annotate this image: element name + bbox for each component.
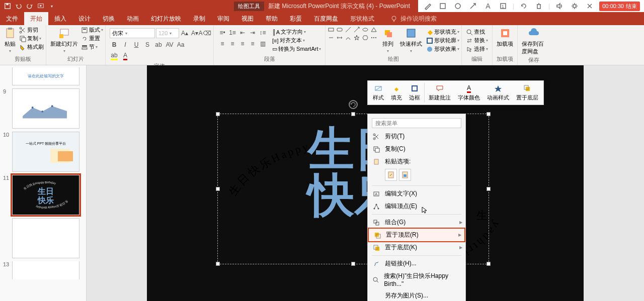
indent-dec-icon[interactable]: ⇤ <box>238 28 247 37</box>
square-icon[interactable] <box>437 1 448 11</box>
slide-thumb-8[interactable]: 请在此处填写的文字 <box>12 67 79 85</box>
volume-icon[interactable] <box>554 1 565 11</box>
revert-icon[interactable] <box>518 1 529 11</box>
mt-anim[interactable]: 动画样式 <box>484 83 512 103</box>
tab-view[interactable]: 视图 <box>235 12 260 25</box>
shape-arrow-icon[interactable] <box>353 26 360 33</box>
slide-thumb-12[interactable] <box>12 218 79 258</box>
case-icon[interactable]: Aa <box>176 40 185 49</box>
text-icon[interactable]: A <box>482 1 494 11</box>
numbering-icon[interactable]: 1≡ <box>228 28 237 37</box>
reset-button[interactable]: 重置 <box>81 35 103 42</box>
ctx-copy[interactable]: 复制(C) <box>368 143 465 155</box>
handle-w[interactable] <box>216 187 220 191</box>
indent-inc-icon[interactable]: ⇥ <box>248 28 257 37</box>
paste-picture-icon[interactable] <box>399 169 411 181</box>
align-left-icon[interactable]: ≡ <box>218 39 227 48</box>
tab-design[interactable]: 设计 <box>72 12 97 25</box>
paste-button[interactable]: 粘贴▾ <box>2 26 18 54</box>
underline-icon[interactable]: U <box>132 40 141 49</box>
mt-newcomment[interactable]: 新建批注 <box>426 83 454 103</box>
thumbnail-panel[interactable]: 请在此处填写的文字 9 10 一站式 PPT 效能分享平台 11 生日快乐生日快… <box>0 65 87 301</box>
ctx-hyperlink[interactable]: 超链接(H)... <box>368 257 465 270</box>
justify-icon[interactable]: ≡ <box>248 39 257 48</box>
smartart-button[interactable]: ▭转换为 SmartArt▾ <box>272 45 321 53</box>
gear-icon[interactable] <box>569 1 580 11</box>
strike-icon[interactable]: S <box>143 40 152 49</box>
bullets-icon[interactable]: ≡• <box>218 28 227 37</box>
rotation-handle-icon[interactable] <box>349 100 358 109</box>
format-painter-button[interactable]: 格式刷 <box>19 43 44 51</box>
ctx-edit-points[interactable]: 编辑顶点(E) <box>368 200 465 213</box>
highlight-icon[interactable]: ab <box>110 51 119 60</box>
mt-fill[interactable]: 填充 <box>388 83 405 103</box>
increase-font-icon[interactable]: A▴ <box>180 29 189 38</box>
tab-insert[interactable]: 插入 <box>48 12 72 25</box>
mt-border[interactable]: 边框 <box>406 83 423 103</box>
mt-style[interactable]: 样式 <box>370 83 387 103</box>
paste-keep-format-icon[interactable] <box>385 169 397 181</box>
shape-effects-button[interactable]: 形状效果▾ <box>426 45 459 53</box>
shape-more-icon[interactable]: ⋯ <box>370 34 377 41</box>
circle-icon[interactable] <box>452 1 463 11</box>
replace-button[interactable]: 替换▾ <box>466 37 488 44</box>
tab-review[interactable]: 审阅 <box>211 12 235 25</box>
shape-oval-icon[interactable] <box>362 26 369 33</box>
shape-gallery[interactable]: ⋯ <box>328 26 378 41</box>
tab-shape-format[interactable]: 形状格式 <box>344 12 380 25</box>
ctx-cut[interactable]: 剪切(T) <box>368 130 465 143</box>
layout-button[interactable]: 版式▾ <box>81 26 103 34</box>
cut-button[interactable]: 剪切 <box>19 26 44 34</box>
redo-icon[interactable] <box>25 2 34 11</box>
tab-help[interactable]: 帮助 <box>260 12 284 25</box>
handle-se[interactable] <box>487 262 491 266</box>
spacing-icon[interactable]: AV <box>165 40 174 49</box>
ctx-search-input[interactable] <box>372 118 461 128</box>
ctx-save-as-pic[interactable]: 另存为图片(S)... <box>368 289 465 301</box>
align-center-icon[interactable]: ≡ <box>228 39 237 48</box>
pen-icon[interactable] <box>422 1 433 11</box>
tab-caidan[interactable]: 彩蛋 <box>284 12 308 25</box>
handle-ne[interactable] <box>487 112 491 116</box>
tab-home[interactable]: 开始 <box>24 12 48 25</box>
line-spacing-icon[interactable]: ↕≡ <box>258 28 267 37</box>
shadow-icon[interactable]: ab <box>154 40 163 49</box>
font-color-icon[interactable]: A <box>121 51 130 60</box>
align-right-icon[interactable]: ≡ <box>238 39 247 48</box>
handle-sw[interactable] <box>216 262 220 266</box>
ctx-group[interactable]: 组合(G)▶ <box>368 216 465 229</box>
recording-badge[interactable]: 00:00:30结束 <box>599 2 640 11</box>
columns-icon[interactable]: ▥ <box>258 39 267 48</box>
tab-transitions[interactable]: 切换 <box>97 12 121 25</box>
slide-thumb-11[interactable]: 生日快乐生日快乐Happy Birthday生日快乐Happy Birthday <box>12 175 79 215</box>
qat-dropdown-icon[interactable]: ▾ <box>47 2 56 11</box>
slide-thumb-13[interactable] <box>12 261 79 279</box>
ctx-bring-front[interactable]: 置于顶层(R)▶ <box>368 228 465 242</box>
section-button[interactable]: 节▾ <box>81 43 103 51</box>
decrease-font-icon[interactable]: A▾ <box>190 29 199 38</box>
tab-file[interactable]: 文件 <box>0 12 24 25</box>
handle-n[interactable] <box>351 112 355 116</box>
shape-curve-icon[interactable] <box>345 34 352 41</box>
handle-nw[interactable] <box>216 112 220 116</box>
tab-record[interactable]: 录制 <box>187 12 211 25</box>
mt-fontcolor[interactable]: A字体颜色 <box>455 83 483 103</box>
arrow-icon[interactable] <box>467 1 478 11</box>
slide-thumb-10[interactable]: 一站式 PPT 效能分享平台 <box>12 132 79 172</box>
slide-area[interactable]: 生日 快乐 生日快乐Happy yadhtriB yppaH乐快日 生 <box>87 65 644 301</box>
font-size-combo[interactable]: 120▾ <box>156 28 179 38</box>
save-icon[interactable] <box>3 2 12 11</box>
arrange-button[interactable]: 排列▾ <box>380 26 396 54</box>
undo-icon[interactable] <box>14 2 23 11</box>
text-direction-button[interactable]: ║A文字方向▾ <box>272 28 321 36</box>
shape-rect-icon[interactable] <box>328 26 335 33</box>
shape-rrect-icon[interactable] <box>336 26 343 33</box>
clear-format-icon[interactable]: A⌫ <box>200 29 209 38</box>
quick-styles-button[interactable]: 快速样式▾ <box>398 26 424 54</box>
addins-button[interactable]: 加载项 <box>495 26 515 49</box>
ctx-search-hb[interactable]: 搜索(H)"生日快乐Happy Birth..." <box>368 270 465 289</box>
align-text-button[interactable]: [≡]对齐文本▾ <box>272 37 321 44</box>
bold-icon[interactable]: B <box>110 40 119 49</box>
find-button[interactable]: 查找 <box>466 28 485 36</box>
mt-sendback[interactable]: 置于底层 <box>513 83 541 103</box>
